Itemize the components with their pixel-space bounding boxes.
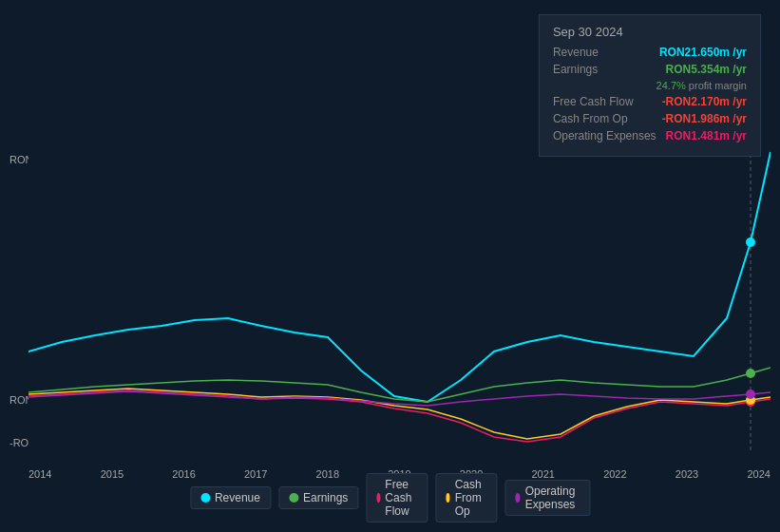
legend-label-earnings: Earnings bbox=[303, 491, 348, 504]
tooltip-row-revenue: Revenue RON21.650m /yr bbox=[553, 46, 747, 59]
legend-item-cashfromop[interactable]: Cash From Op bbox=[435, 473, 497, 522]
tooltip-label-opex: Operating Expenses bbox=[553, 129, 656, 142]
svg-point-6 bbox=[746, 390, 755, 399]
legend-dot-earnings bbox=[289, 493, 298, 503]
tooltip-row-cashfromop: Cash From Op -RON1.986m /yr bbox=[553, 112, 747, 125]
tooltip-row-earnings: Earnings RON5.354m /yr bbox=[553, 63, 747, 76]
legend-label-cashfromop: Cash From Op bbox=[455, 478, 487, 518]
tooltip-value-revenue: RON21.650m /yr bbox=[659, 46, 747, 59]
tooltip-value-earnings: RON5.354m /yr bbox=[666, 63, 747, 76]
x-label-2023: 2023 bbox=[675, 468, 698, 480]
legend-dot-opex bbox=[515, 493, 520, 503]
legend-label-opex: Operating Expenses bbox=[525, 484, 580, 511]
tooltip-profit-margin: 24.7% profit margin bbox=[656, 80, 747, 91]
legend-dot-revenue bbox=[200, 493, 210, 503]
legend-dot-fcf bbox=[376, 493, 380, 503]
tooltip-row-fcf: Free Cash Flow -RON2.170m /yr bbox=[553, 95, 747, 108]
chart-svg bbox=[29, 147, 770, 451]
tooltip-row-opex: Operating Expenses RON1.481m /yr bbox=[553, 129, 747, 142]
chart-container: Sep 30 2024 Revenue RON21.650m /yr Earni… bbox=[0, 0, 780, 532]
svg-point-3 bbox=[746, 369, 755, 378]
x-label-2024: 2024 bbox=[747, 468, 770, 480]
legend-dot-cashfromop bbox=[446, 493, 449, 503]
legend-label-revenue: Revenue bbox=[215, 491, 260, 504]
tooltip-title: Sep 30 2024 bbox=[553, 25, 747, 39]
x-label-2014: 2014 bbox=[29, 468, 51, 480]
tooltip-label-earnings: Earnings bbox=[553, 63, 598, 76]
x-label-2015: 2015 bbox=[101, 468, 124, 480]
tooltip-value-cashfromop: -RON1.986m /yr bbox=[662, 112, 747, 125]
tooltip-box: Sep 30 2024 Revenue RON21.650m /yr Earni… bbox=[539, 14, 761, 157]
legend-item-opex[interactable]: Operating Expenses bbox=[504, 480, 590, 516]
legend-label-fcf: Free Cash Flow bbox=[385, 478, 417, 518]
tooltip-label-fcf: Free Cash Flow bbox=[553, 95, 634, 108]
tooltip-label-cashfromop: Cash From Op bbox=[553, 112, 628, 125]
tooltip-value-opex: RON1.481m /yr bbox=[666, 129, 747, 142]
tooltip-value-fcf: -RON2.170m /yr bbox=[662, 95, 747, 108]
svg-point-2 bbox=[746, 238, 755, 247]
legend-item-fcf[interactable]: Free Cash Flow bbox=[366, 473, 428, 522]
tooltip-row-margin: 24.7% profit margin bbox=[553, 80, 747, 91]
legend: Revenue Earnings Free Cash Flow Cash Fro… bbox=[190, 473, 590, 522]
legend-item-revenue[interactable]: Revenue bbox=[190, 486, 271, 509]
tooltip-label-revenue: Revenue bbox=[553, 46, 599, 59]
legend-item-earnings[interactable]: Earnings bbox=[278, 486, 358, 509]
x-label-2022: 2022 bbox=[603, 468, 626, 480]
